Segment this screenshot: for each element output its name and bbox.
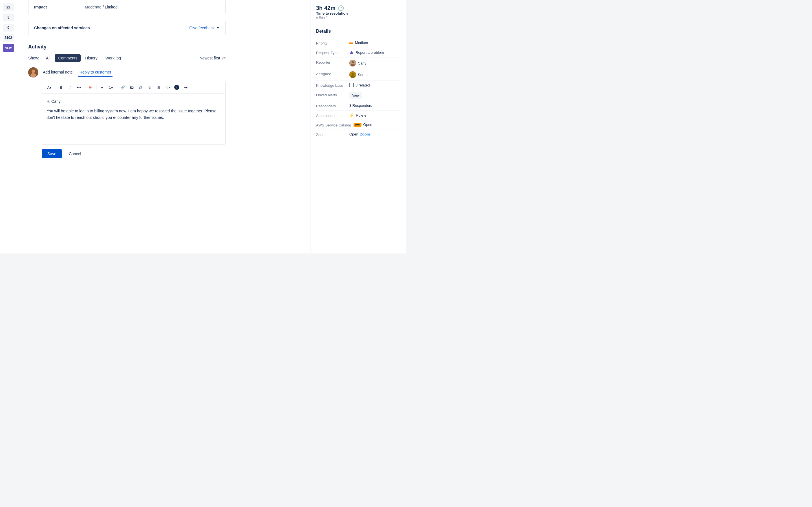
reporter-avatar [349,60,356,66]
sort-button[interactable]: Newest first ↓≡ [200,56,225,60]
image-button[interactable]: 🖼 [128,83,136,91]
detail-value-aws: aws Open [354,122,400,127]
code-icon: <> [165,86,170,90]
assignee-avatar-icon [349,71,356,78]
detail-value-reporter: Carly [349,60,400,66]
zoom-open-text: Open [349,132,358,136]
detail-key-linked-alerts: Linked alerts [316,93,347,97]
detail-key-assignee: Assignee [316,71,347,76]
detail-row-responders: Responders 3 Responders [316,101,400,111]
detail-row-automation: Automation ⚡ Rule e [316,111,400,120]
toolbar-divider-4 [117,84,117,90]
action-buttons: Save Cancel [42,149,225,158]
cancel-button[interactable]: Cancel [65,149,85,158]
assignee-avatar [349,71,356,78]
sidebar-badge-new[interactable]: NEW [3,44,14,52]
mention-icon: @ [139,86,142,90]
numbered-list-button[interactable]: 1≡ [107,83,115,91]
ttr-sub: within 4h [316,15,348,19]
sort-label: Newest first [200,56,220,60]
detail-value-responders: 3 Responders [349,103,400,108]
detail-key-aws: AWS Service Catalog [316,122,351,127]
request-type-text: Report a problem [356,50,384,55]
code-button[interactable]: <> [164,83,172,91]
plus-icon: +▾ [184,86,188,90]
bullet-list-icon: ≡ [101,86,103,90]
detail-row-zoom: Zoom Open Zoom [316,130,400,139]
ttr-box: 3h 42m 🕐 Time to resolution within 4h [310,0,406,24]
aws-text: Open [363,122,372,127]
sidebar-badge-0[interactable]: 0 [3,24,14,32]
filter-all[interactable]: All [43,54,54,62]
priority-text: Medium [355,41,368,45]
priority-icon [349,42,353,44]
tab-add-internal-note[interactable]: Add internal note [42,68,74,76]
image-icon: 🖼 [130,86,134,90]
editor-toolbar: A▾ B I ••• A▾ [42,81,225,94]
detail-value-linked-alerts: View [349,93,400,99]
more-formatting-button[interactable]: ••• [75,83,83,91]
toolbar-divider-2 [85,84,85,90]
zoom-brand-text: Zoom [360,132,370,136]
assignee-name: Seren [358,73,368,77]
filters-left: Show: All Comments History Work log [28,54,124,62]
ttr-content: 3h 42m 🕐 Time to resolution within 4h [316,4,348,19]
sidebar-badge-22[interactable]: 22 [3,3,14,11]
reply-tabs: Add internal note Reply to customer [28,67,225,77]
reporter-avatar-icon [349,60,356,66]
svg-point-7 [352,73,354,75]
save-button[interactable]: Save [42,149,62,158]
svg-point-4 [352,61,354,63]
numbered-list-icon: 1≡ [109,86,113,90]
filter-comments[interactable]: Comments [55,54,81,62]
mention-button[interactable]: @ [137,83,145,91]
filter-worklog[interactable]: Work log [102,54,124,62]
right-panel: 3h 42m 🕐 Time to resolution within 4h De… [310,0,406,253]
editor-container[interactable]: A▾ B I ••• A▾ [42,81,225,145]
bold-icon: B [59,86,62,90]
font-size-button[interactable]: A▾ [45,83,53,91]
activity-filters: Show: All Comments History Work log Newe… [28,54,225,62]
more-icon: ••• [77,86,81,90]
changes-title: Changes on affected services [34,25,90,30]
sidebar-badge-5[interactable]: 5 [3,13,14,21]
impact-card: Impact Moderate / Limited [28,0,225,14]
italic-button[interactable]: I [66,83,74,91]
more-options-button[interactable]: +▾ [182,83,190,91]
emoji-button[interactable]: ☺ [146,83,154,91]
detail-key-priority: Priority [316,41,347,45]
detail-value-assignee: Seren [349,71,400,78]
detail-key-reporter: Reporter [316,60,347,64]
svg-point-5 [351,64,355,66]
view-alerts-button[interactable]: View [349,93,362,99]
tab-reply-to-customer[interactable]: Reply to customer [79,68,112,76]
info-button[interactable]: i [173,83,181,91]
lightning-icon: ⚡ [349,113,354,117]
editor-body[interactable]: Hi Carly, You will be able to log in to … [42,94,225,145]
filter-history[interactable]: History [82,54,101,62]
svg-point-8 [351,75,355,78]
svg-point-1 [32,69,35,73]
table-button[interactable]: ⊞ [155,83,163,91]
detail-key-automation: Automation [316,113,347,118]
give-feedback-button[interactable]: Give feedback ▼ [190,25,220,30]
detail-row-request-type: Request Type Report a problem [316,48,400,57]
bullet-list-button[interactable]: ≡ [98,83,106,91]
toolbar-divider-1 [55,84,55,90]
editor-message: You will be able to log in to billing sy… [47,108,221,121]
show-label: Show: [28,56,39,60]
activity-title: Activity [28,44,225,50]
text-color-button[interactable]: A▾ [87,83,94,91]
info-icon: i [174,85,179,90]
link-button[interactable]: 🔗 [119,83,126,91]
request-type-icon [349,50,354,55]
bold-button[interactable]: B [57,83,65,91]
detail-key-knowledge-base: Knowledge base [316,83,347,88]
detail-key-responders: Responders [316,103,347,108]
impact-label: Impact [34,5,68,9]
details-title: Details [316,29,400,34]
detail-value-priority: Medium [349,41,400,45]
knowledge-base-text: 3 related [356,83,370,87]
sidebar-badge-5102[interactable]: 5102 [3,34,14,42]
detail-row-priority: Priority Medium [316,38,400,48]
